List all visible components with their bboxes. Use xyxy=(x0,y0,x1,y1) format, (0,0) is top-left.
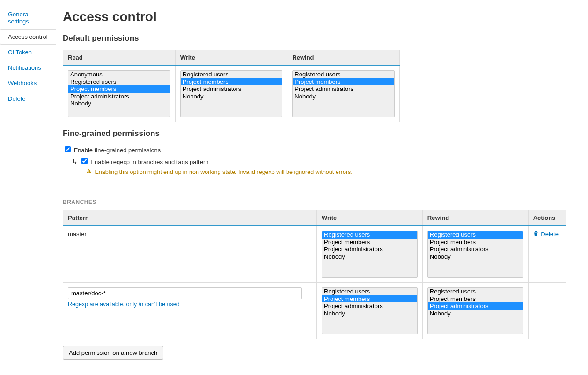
main-content: Access control Default permissions Read … xyxy=(56,0,588,374)
branch-row: master Registered usersProject membersPr… xyxy=(63,225,566,283)
branch-pattern: master xyxy=(63,225,317,283)
sub-arrow-icon: ↳ xyxy=(72,158,78,165)
branch-rewind-select[interactable]: Registered usersProject membersProject a… xyxy=(427,287,523,334)
settings-sidebar: General settings Access control CI Token… xyxy=(0,0,56,374)
branch-pattern-input[interactable] xyxy=(68,287,302,299)
delete-branch-link[interactable]: Delete xyxy=(533,231,559,238)
col-branch-write: Write xyxy=(317,210,423,226)
sidebar-item-access-control[interactable]: Access control xyxy=(0,29,56,45)
sidebar-item-webhooks[interactable]: Webhooks xyxy=(0,75,56,91)
default-permissions-heading: Default permissions xyxy=(63,34,579,43)
sidebar-item-delete[interactable]: Delete xyxy=(0,91,56,106)
rewind-permissions-select[interactable]: Registered usersProject membersProject a… xyxy=(292,70,395,117)
delete-label: Delete xyxy=(541,231,559,238)
col-read: Read xyxy=(63,50,176,66)
enable-fine-grained-checkbox[interactable] xyxy=(65,146,71,152)
svg-rect-1 xyxy=(88,172,89,172)
col-write: Write xyxy=(175,50,287,66)
svg-rect-0 xyxy=(88,170,89,172)
col-pattern: Pattern xyxy=(63,210,317,226)
warning-icon xyxy=(86,168,92,175)
branch-rewind-select[interactable]: Registered usersProject membersProject a… xyxy=(427,231,523,278)
read-permissions-select[interactable]: AnonymousRegistered usersProject members… xyxy=(68,70,170,117)
enable-regexp-label[interactable]: Enable regexp in branches and tags patte… xyxy=(90,158,208,165)
fine-grained-heading: Fine-grained permissions xyxy=(63,129,579,138)
sidebar-item-notifications[interactable]: Notifications xyxy=(0,60,56,75)
branch-write-select[interactable]: Registered usersProject membersProject a… xyxy=(322,287,418,334)
sidebar-item-general-settings[interactable]: General settings xyxy=(0,7,56,29)
regexp-hint: Regexp are available, only \n can't be u… xyxy=(68,301,312,308)
sidebar-item-ci-token[interactable]: CI Token xyxy=(0,45,56,60)
enable-regexp-checkbox[interactable] xyxy=(81,158,88,164)
add-branch-permission-button[interactable]: Add permission on a new branch xyxy=(63,346,163,360)
col-branch-rewind: Rewind xyxy=(422,210,528,226)
branch-row: Regexp are available, only \n can't be u… xyxy=(63,283,566,339)
regexp-warning: Enabling this option might end up in non… xyxy=(86,168,579,175)
branch-write-select[interactable]: Registered usersProject membersProject a… xyxy=(322,231,418,278)
col-actions: Actions xyxy=(528,210,566,226)
branches-table: Pattern Write Rewind Actions master Regi… xyxy=(63,210,566,339)
page-title: Access control xyxy=(63,9,579,24)
col-rewind: Rewind xyxy=(287,50,400,66)
trash-icon xyxy=(533,231,540,238)
default-permissions-table: Read Write Rewind AnonymousRegistered us… xyxy=(63,50,400,122)
enable-fine-grained-label[interactable]: Enable fine-grained permissions xyxy=(74,147,161,154)
branches-heading: BRANCHES xyxy=(63,199,579,205)
regexp-warning-text: Enabling this option might end up in non… xyxy=(95,169,352,175)
write-permissions-select[interactable]: Registered usersProject membersProject a… xyxy=(180,70,283,117)
